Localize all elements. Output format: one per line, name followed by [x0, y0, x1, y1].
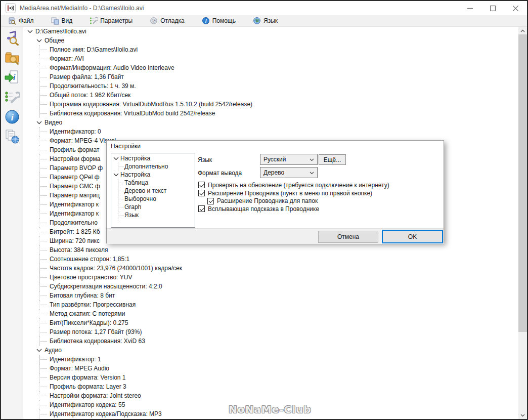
tree-row[interactable]: Тип развёртки: Прогрессивная [23, 300, 518, 309]
tree-row[interactable]: Продолжительность: 1 ч. 39 м. [23, 81, 518, 91]
menu-item-language[interactable]: Язык [251, 15, 280, 26]
settings-tree-row[interactable]: Выборочно [111, 195, 195, 203]
scrollbar[interactable] [518, 27, 527, 419]
tree-row[interactable]: Формат: AVI [23, 54, 518, 63]
tree-guide [38, 227, 49, 236]
settings-tree-row[interactable]: Дополнительно [111, 162, 195, 171]
more-languages-button[interactable]: Ещё... [319, 154, 346, 165]
dialog-footer: Отмена OK [107, 228, 444, 244]
tree-row[interactable]: Размер файла: 1,36 Гбайт [23, 72, 518, 81]
chevron-down-icon [27, 30, 34, 33]
toolbar-export-button[interactable]: i [3, 69, 21, 87]
option-checkbox-row[interactable]: Проверять на обновление (требуется подкл… [198, 181, 389, 189]
tree-row-label: Библиотека кодирования: VirtualDubMod bu… [50, 110, 215, 117]
toolbar-open-folder-button[interactable] [3, 49, 21, 67]
settings-tree-section-row[interactable]: Настройка [111, 154, 195, 162]
menu-item-debug[interactable]: ?Отладка [148, 15, 186, 26]
settings-tree-label: Дополнительно [124, 163, 168, 170]
tree-row[interactable]: Субдискретизация насыщенности: 4:2:0 [23, 282, 518, 291]
tree-row-label: Идентификатор к [50, 201, 99, 208]
tree-row[interactable]: Размер потока: 1,27 Гбайт (93%) [23, 327, 518, 337]
toolbar-website-button[interactable] [3, 128, 21, 146]
export-icon: i [4, 69, 20, 87]
tree-row[interactable]: Формат: MPEG Audio [23, 364, 518, 373]
settings-tree-row[interactable]: Graph [111, 203, 195, 211]
settings-dialog: Настройки НастройкаДополнительноНастройк… [106, 140, 444, 243]
tree-row[interactable]: Частота кадров: 23,976 (24000/1001) кадр… [23, 264, 518, 273]
tree-row[interactable]: Битовая глубина: 8 бит [23, 291, 518, 300]
tree-guide [115, 179, 124, 187]
svg-text:i: i [205, 18, 206, 24]
menu-item-options[interactable]: Параметры [87, 15, 135, 26]
checkbox-checked-icon[interactable] [207, 198, 214, 204]
checkbox-checked-icon[interactable] [198, 190, 205, 196]
help-menu-icon: i [202, 17, 210, 25]
toolbar-about-button[interactable]: i [3, 108, 21, 127]
toolbar-open-file-button[interactable] [3, 29, 21, 48]
tree-row[interactable]: Идентификатор: 1 [23, 355, 518, 364]
tree-row[interactable]: Библиотека кодирования: VirtualDubMod bu… [23, 109, 518, 118]
tree-row[interactable]: Профиль формата: Layer 3 [23, 382, 518, 391]
tree-row[interactable]: Версия формата: Version 1 [23, 373, 518, 382]
tree-section-row[interactable]: D:\Games\Iloilo.avi [23, 27, 518, 36]
tree-row-label: Формат: MPEG Audio [50, 365, 109, 372]
ok-button[interactable]: OK [382, 230, 443, 243]
tree-row[interactable]: Метод сжатия: С потерями [23, 309, 518, 318]
scroll-up-icon[interactable] [518, 27, 527, 34]
option-checkbox-row[interactable]: Всплывающая подсказка в Проводнике [198, 205, 389, 213]
checkbox-label: Расширение Проводника (пункт в меню по п… [208, 190, 372, 197]
cancel-button[interactable]: Отмена [318, 231, 378, 243]
tree-guide [38, 236, 49, 245]
tree-row-label: Настройки форма [50, 155, 100, 162]
tree-section-row[interactable]: Общее [23, 36, 518, 45]
scroll-down-icon[interactable] [518, 411, 527, 419]
tree-row[interactable]: Цветовое пространство: YUV [23, 273, 518, 282]
checkbox-checked-icon[interactable] [198, 205, 205, 212]
minimize-button[interactable] [459, 1, 481, 15]
settings-tree-row[interactable]: Язык [111, 211, 195, 219]
view-menu-icon [51, 17, 59, 25]
tree-guide [38, 54, 49, 63]
tree-row-label: Аудио [45, 347, 62, 354]
scrollbar-thumb[interactable] [518, 34, 527, 332]
tree-guide [38, 209, 49, 218]
menu-item-file[interactable]: Файл [6, 15, 36, 26]
tree-row[interactable]: Программа кодирования: VirtualDubModRus … [23, 100, 518, 109]
menu-item-help[interactable]: iПомощь [200, 15, 238, 26]
settings-tree-section-row[interactable]: Настройка [111, 171, 195, 179]
close-button[interactable] [504, 1, 527, 15]
maximize-button[interactable] [481, 1, 504, 15]
tree-row[interactable]: Формат/Информация: Audio Video Interleav… [23, 63, 518, 72]
option-checkbox-row[interactable]: Расширение Проводника для папок [207, 197, 389, 205]
tree-guide [38, 145, 49, 154]
settings-tree-row[interactable]: Таблица [111, 179, 195, 187]
language-select[interactable]: Русский [260, 154, 318, 165]
tree-row[interactable]: Библиотека кодирования: XviD 63 [23, 337, 518, 346]
tree-row-label: Битовая глубина: 8 бит [50, 292, 115, 299]
tree-row[interactable]: Высота: 384 пикселя [23, 245, 518, 255]
menu-item-label: Язык [263, 17, 278, 24]
tree-guide [38, 100, 49, 109]
tree-guide [38, 337, 49, 346]
tree-section-row[interactable]: Видео [23, 118, 518, 127]
output-format-select[interactable]: Дерево [260, 167, 318, 178]
tree-row[interactable]: Идентификатор: 0 [23, 127, 518, 136]
tree-row-label: Идентификатор кодека/Подсказка: MP3 [50, 410, 162, 417]
menu-item-view[interactable]: Вид [49, 15, 75, 26]
settings-tree-label: Таблица [124, 179, 148, 186]
tree-row[interactable]: Полное имя: D:\Games\Iloilo.avi [23, 45, 518, 54]
toolbar-preferences-button[interactable] [3, 89, 21, 107]
option-checkbox-row[interactable]: Расширение Проводника (пункт в меню по п… [198, 189, 389, 197]
tree-row[interactable]: Настройки формата: Joint stereo [23, 391, 518, 400]
options-menu-icon [90, 17, 98, 25]
website-icon [4, 129, 20, 146]
tree-guide [38, 264, 49, 273]
tree-section-row[interactable]: Аудио [23, 346, 518, 355]
tree-row[interactable]: Бит/(Пиксели*Кадры): 0.275 [23, 318, 518, 327]
tree-guide [38, 373, 49, 382]
tree-row[interactable]: Соотношение сторон: 1,85:1 [23, 255, 518, 264]
tree-row[interactable]: Общий поток: 1 962 Кбит/сек [23, 91, 518, 100]
checkbox-checked-icon[interactable] [198, 182, 205, 188]
window-controls [459, 1, 527, 15]
settings-tree-row[interactable]: Дерево и текст [111, 187, 195, 195]
